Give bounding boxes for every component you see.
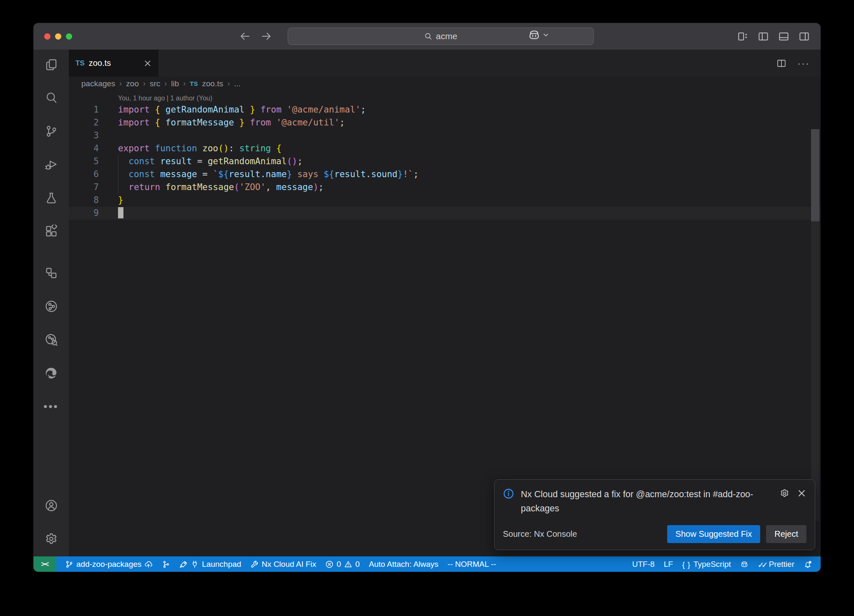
back-arrow-icon[interactable]	[240, 31, 251, 42]
breadcrumb-item-zoo[interactable]: zoo	[126, 79, 139, 88]
statusbar-language-mode-label: TypeScript	[693, 560, 731, 569]
line-number: 3	[69, 129, 99, 142]
breadcrumb-symbol-path[interactable]: ...	[234, 79, 241, 88]
info-icon	[503, 488, 514, 499]
split-editor-icon[interactable]	[776, 58, 786, 68]
code-line-9[interactable]: 9	[69, 207, 821, 220]
code-line-7[interactable]: 7 return formatMessage('ZOO', message);	[69, 181, 821, 194]
more-actions-icon[interactable]: ···	[797, 58, 810, 69]
toggle-primary-sidebar-icon[interactable]	[758, 31, 769, 42]
title-bar: acme	[33, 23, 821, 50]
line-content: }	[118, 195, 123, 205]
statusbar-vim-mode[interactable]: -- NORMAL --	[443, 556, 500, 572]
line-content: return formatMessage('ZOO', message);	[118, 182, 324, 192]
edge-browser-icon	[45, 366, 58, 380]
breadcrumb-item-packages[interactable]: packages	[81, 79, 115, 88]
statusbar-prettier[interactable]: ✓✓Prettier	[753, 556, 799, 572]
line-number: 5	[69, 155, 99, 168]
statusbar-branch-label: add-zoo-packages	[76, 560, 141, 569]
statusbar-source-control-graph[interactable]	[157, 556, 175, 572]
sidebar-item-explorer[interactable]	[40, 53, 63, 76]
code-line-1[interactable]: 1import { getRandomAnimal } from '@acme/…	[69, 103, 821, 116]
statusbar-nx-cloud-ai-fix-label: Nx Cloud AI Fix	[261, 560, 316, 569]
typescript-file-icon: TS	[190, 80, 198, 87]
statusbar-prettier-label: Prettier	[769, 560, 794, 569]
breadcrumb-separator: ›	[164, 79, 167, 88]
breadcrumb-item-file[interactable]: zoo.ts	[202, 79, 224, 88]
close-window-button[interactable]	[44, 33, 50, 40]
statusbar-encoding-label: UTF-8	[632, 560, 655, 569]
code-line-3[interactable]: 3	[69, 129, 821, 142]
debug-icon	[45, 158, 58, 171]
customize-layout-icon[interactable]	[737, 31, 749, 42]
line-number: 1	[69, 103, 99, 116]
sidebar-item-source-control[interactable]	[40, 120, 63, 143]
show-suggested-fix-button[interactable]: Show Suggested Fix	[667, 525, 760, 543]
rocket-icon	[179, 560, 188, 568]
breadcrumb-separator: ›	[183, 79, 186, 88]
toast-message: Nx Cloud suggested a fix for @acme/zoo:t…	[521, 487, 773, 516]
sidebar-item-search[interactable]	[40, 86, 63, 110]
code-line-5[interactable]: 5 const result = getRandomAnimal();	[69, 155, 821, 168]
line-number: 8	[69, 194, 99, 207]
line-number: 7	[69, 181, 99, 194]
sidebar-item-graph-search[interactable]	[40, 328, 63, 351]
sidebar-item-project-graph[interactable]	[40, 295, 63, 318]
statusbar-problems[interactable]: 00	[321, 556, 364, 572]
settings-button[interactable]	[40, 527, 63, 551]
wrench-icon	[250, 560, 259, 568]
close-tab-icon[interactable]	[143, 59, 152, 68]
breadcrumb-item-lib[interactable]: lib	[171, 79, 179, 88]
code-line-6[interactable]: 6 const message = `${result.name} says $…	[69, 168, 821, 181]
sidebar-item-edge-devtools[interactable]	[40, 361, 63, 385]
statusbar-branch[interactable]: add-zoo-packages	[60, 556, 157, 572]
search-icon	[45, 91, 58, 105]
statusbar-problems-label: 0	[355, 560, 360, 569]
notification-toast: Nx Cloud suggested a fix for @acme/zoo:t…	[494, 479, 815, 550]
breadcrumb-separator: ›	[119, 79, 122, 88]
error-icon	[325, 560, 334, 568]
scrollbar-slider[interactable]	[811, 129, 819, 221]
toggle-secondary-sidebar-icon[interactable]	[799, 31, 810, 42]
ellipsis-icon: •••	[43, 400, 58, 413]
chevron-down-icon	[542, 31, 550, 39]
toast-close-icon[interactable]	[797, 488, 806, 498]
statusbar-encoding[interactable]: UTF-8	[628, 556, 659, 572]
statusbar-nx-cloud-ai-fix[interactable]: Nx Cloud AI Fix	[246, 556, 321, 572]
files-icon	[45, 58, 58, 71]
git-graph-icon	[162, 560, 170, 568]
statusbar-eol[interactable]: LF	[659, 556, 678, 572]
statusbar-notifications-bell[interactable]	[799, 556, 816, 572]
code-line-8[interactable]: 8}	[69, 194, 821, 207]
statusbar-vim-mode-label: -- NORMAL --	[447, 560, 496, 569]
forward-arrow-icon[interactable]	[261, 31, 271, 42]
remote-icon: ><	[41, 560, 49, 568]
sidebar-item-extensions[interactable]	[40, 220, 63, 243]
statusbar-launchpad[interactable]: Launchpad	[175, 556, 246, 572]
breadcrumb-item-src[interactable]: src	[150, 79, 160, 88]
copilot-menu[interactable]	[528, 29, 550, 41]
zoom-window-button[interactable]	[66, 33, 72, 40]
statusbar-copilot-status[interactable]	[736, 556, 753, 572]
toast-settings-gear-icon[interactable]	[780, 488, 789, 498]
tab-label: zoo.ts	[89, 58, 111, 68]
reject-button[interactable]: Reject	[766, 525, 806, 543]
sidebar-item-nx-console[interactable]	[40, 261, 63, 285]
accounts-button[interactable]	[40, 494, 63, 517]
editor-actions: ···	[776, 50, 821, 77]
line-number: 9	[69, 207, 99, 220]
statusbar-auto-attach[interactable]: Auto Attach: Always	[364, 556, 443, 572]
gitlens-codelens[interactable]: You, 1 hour ago | 1 author (You)	[118, 93, 821, 103]
circle-graph-icon	[45, 300, 58, 313]
code-line-4[interactable]: 4export function zoo(): string {	[69, 142, 821, 155]
statusbar-language-mode[interactable]: { }TypeScript	[678, 556, 736, 572]
minimize-window-button[interactable]	[55, 33, 61, 40]
sidebar-item-additional-views[interactable]: •••	[40, 395, 63, 418]
toggle-panel-icon[interactable]	[778, 31, 789, 42]
sidebar-item-run-debug[interactable]	[40, 153, 63, 176]
tab-zoo-ts[interactable]: TS zoo.ts	[69, 50, 158, 77]
sidebar-item-testing[interactable]	[40, 186, 63, 210]
code-line-2[interactable]: 2import { formatMessage } from '@acme/ut…	[69, 116, 821, 129]
remote-indicator[interactable]: ><	[33, 556, 56, 572]
search-value: acme	[436, 31, 457, 41]
